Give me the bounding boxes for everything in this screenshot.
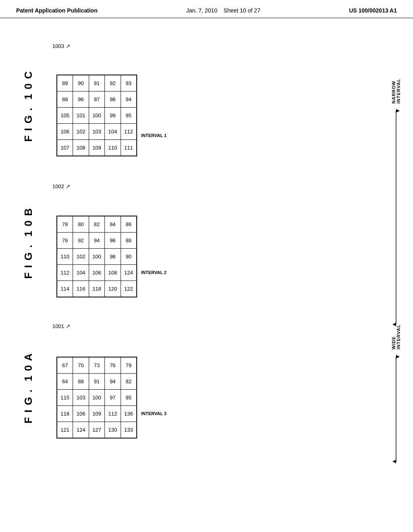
page-header: Patent Application Publication Jan. 7, 2… (0, 0, 413, 18)
grid-10b-table: 7880828486769294968811010210098901121041… (57, 216, 137, 297)
grid-cell: 98 (105, 249, 121, 265)
grid-cell: 115 (57, 390, 73, 406)
grid-cell: 82 (121, 374, 136, 390)
grid-cell: 98 (105, 91, 121, 108)
grid-cell: 94 (105, 374, 121, 390)
grid-cell: 104 (105, 124, 121, 140)
interval-1-label: INTERVAL 1 (141, 133, 167, 138)
grid-cell: 79 (121, 357, 136, 374)
grid-cell: 103 (73, 390, 89, 406)
grid-cell: 94 (121, 91, 136, 108)
grid-cell: 82 (89, 216, 104, 233)
grid-cell: 97 (89, 91, 104, 108)
grid-cell: 86 (121, 216, 136, 233)
patent-number: US 100/002013 A1 (349, 7, 397, 14)
grid-cell: 112 (105, 406, 121, 422)
grid-cell: 114 (57, 281, 73, 297)
grid-cell: 112 (57, 265, 73, 281)
grid-cell: 88 (121, 233, 136, 249)
grid-cell: 100 (89, 249, 104, 265)
grid-cell: 97 (105, 390, 121, 406)
grid-cell: 106 (57, 124, 73, 140)
interval-3-label: INTERVAL 3 (141, 411, 167, 416)
grid-cell: 70 (73, 357, 89, 374)
grid-cell: 94 (89, 233, 104, 249)
grid-cell: 76 (57, 233, 73, 249)
grid-cell: 112 (121, 124, 136, 140)
grid-cell: 90 (73, 75, 89, 91)
grid-cell: 92 (73, 233, 89, 249)
narrow-interval-label: NARROWINTERVAL (391, 79, 401, 104)
grid-cell: 99 (105, 108, 121, 124)
grid-cell: 84 (105, 216, 121, 233)
grid-cell: 96 (105, 233, 121, 249)
grid-cell: 105 (57, 108, 73, 124)
grid-cell: 106 (73, 406, 89, 422)
grid-cell: 93 (121, 75, 136, 91)
narrow-interval-group: NARROWINTERVAL (391, 79, 401, 328)
grid-cell: 120 (105, 281, 121, 297)
fig-10a-label: F I G . 1 0 A (22, 353, 35, 424)
grid-cell: 109 (89, 406, 104, 422)
fig-10b-label: F I G . 1 0 B (22, 208, 35, 279)
grid-cell: 116 (73, 281, 89, 297)
ref-1001: 1001 ↗ (52, 322, 70, 330)
grid-cell: 122 (121, 281, 136, 297)
grid-cell: 76 (105, 357, 121, 374)
grid-cell: 64 (57, 374, 73, 390)
grid-cell: 110 (105, 140, 121, 156)
grid-cell: 91 (89, 374, 104, 390)
grid-cell: 73 (89, 357, 104, 374)
interval-2-label: INTERVAL 2 (141, 270, 167, 275)
fig-10c-label: F I G . 1 0 C (22, 71, 35, 142)
grid-cell: 102 (73, 249, 89, 265)
grid-cell: 124 (73, 422, 89, 438)
grid-cell: 89 (57, 75, 73, 91)
grid-cell: 108 (105, 265, 121, 281)
grid-10a-table: 6770737679648891948211510310097851181061… (57, 357, 137, 438)
grid-cell: 130 (105, 422, 121, 438)
grid-10c: 8990919293889697989410510110099951061021… (56, 75, 137, 156)
grid-cell: 91 (89, 75, 104, 91)
grid-cell: 95 (121, 108, 136, 124)
grid-cell: 100 (89, 108, 104, 124)
publication-label: Patent Application Publication (16, 7, 98, 14)
grid-cell: 136 (121, 406, 136, 422)
grid-cell: 103 (89, 124, 104, 140)
grid-cell: 88 (73, 374, 89, 390)
grid-cell: 104 (73, 265, 89, 281)
ref-1003: 1003 ↗ (52, 42, 70, 50)
grid-cell: 100 (89, 390, 104, 406)
grid-cell: 111 (121, 140, 136, 156)
grid-cell: 124 (121, 265, 136, 281)
grid-cell: 109 (89, 140, 104, 156)
ref-1002: 1002 ↗ (52, 183, 70, 190)
date-label: Jan. 7, 2010 Sheet 10 of 27 (186, 7, 261, 14)
grid-cell: 133 (121, 422, 136, 438)
grid-cell: 67 (57, 357, 73, 374)
grid-cell: 78 (57, 216, 73, 233)
grid-cell: 127 (89, 422, 104, 438)
grid-cell: 88 (57, 91, 73, 108)
grid-cell: 108 (73, 140, 89, 156)
grid-10a: 6770737679648891948211510310097851181061… (56, 357, 137, 438)
wide-interval-group: WIDEINTERVAL (391, 324, 401, 466)
wide-interval-arrow (392, 353, 400, 466)
grid-cell: 92 (105, 75, 121, 91)
grid-cell: 121 (57, 422, 73, 438)
grid-cell: 107 (57, 140, 73, 156)
grid-cell: 118 (57, 406, 73, 422)
grid-cell: 101 (73, 108, 89, 124)
grid-cell: 102 (73, 124, 89, 140)
narrow-interval-arrow (392, 107, 400, 328)
grid-cell: 80 (73, 216, 89, 233)
grid-cell: 118 (89, 281, 104, 297)
grid-cell: 110 (57, 249, 73, 265)
grid-10b: 7880828486769294968811010210098901121041… (56, 216, 137, 297)
grid-cell: 96 (73, 91, 89, 108)
grid-cell: 90 (121, 249, 136, 265)
grid-10c-table: 8990919293889697989410510110099951061021… (57, 75, 137, 156)
main-content: F I G . 1 0 A F I G . 1 0 B F I G . 1 0 … (0, 18, 413, 526)
grid-cell: 85 (121, 390, 136, 406)
grid-cell: 106 (89, 265, 104, 281)
